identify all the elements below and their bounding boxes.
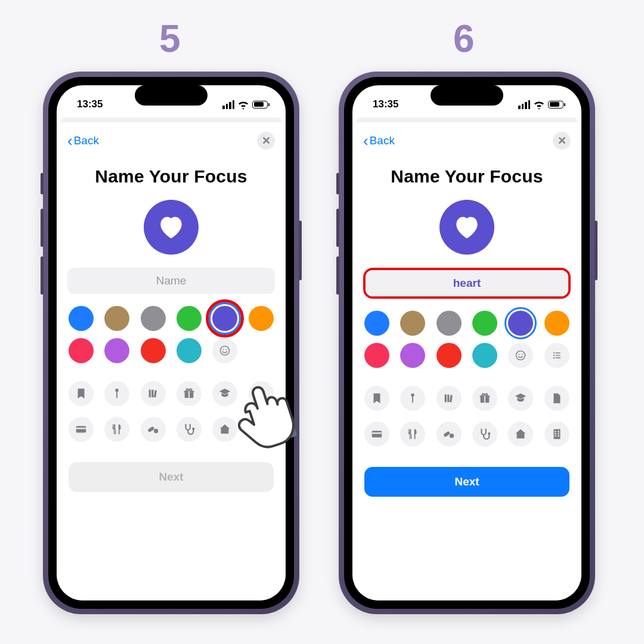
color-red[interactable] [436, 343, 462, 368]
color-red[interactable] [141, 338, 166, 363]
back-button[interactable]: ‹ Back [67, 133, 99, 148]
svg-point-1 [223, 349, 224, 350]
svg-point-2 [226, 349, 227, 350]
svg-rect-53 [555, 433, 556, 434]
wifi-icon [238, 100, 249, 109]
svg-rect-6 [151, 390, 153, 398]
svg-rect-56 [558, 435, 559, 436]
svg-rect-42 [484, 395, 485, 402]
svg-rect-54 [558, 433, 559, 434]
color-picker [363, 311, 571, 368]
glyph-books[interactable] [141, 381, 166, 406]
svg-rect-15 [147, 426, 154, 433]
glyph-document[interactable] [249, 381, 274, 406]
glyph-card[interactable] [364, 422, 389, 447]
glyph-gift[interactable] [177, 381, 202, 406]
back-label: Back [74, 134, 99, 147]
svg-rect-38 [447, 395, 449, 402]
glyph-house[interactable] [212, 417, 237, 442]
svg-rect-47 [443, 431, 450, 438]
page-title: Name Your Focus [363, 166, 571, 187]
next-button[interactable]: Next [364, 467, 569, 497]
color-indigo[interactable] [212, 306, 237, 331]
glyph-pills[interactable] [141, 417, 166, 442]
color-orange[interactable] [544, 311, 569, 336]
svg-rect-50 [553, 429, 560, 439]
svg-rect-7 [154, 390, 157, 397]
color-brown[interactable] [104, 306, 129, 331]
glyph-smiley[interactable] [508, 343, 533, 368]
color-teal[interactable] [472, 343, 497, 368]
glyph-pin[interactable] [400, 386, 425, 411]
page-title: Name Your Focus [67, 166, 275, 187]
svg-rect-32 [555, 355, 560, 356]
focus-name-input[interactable]: Name [67, 268, 275, 294]
chevron-left-icon: ‹ [67, 133, 73, 148]
back-label: Back [370, 134, 395, 147]
color-orange[interactable] [249, 306, 274, 331]
svg-rect-5 [148, 390, 150, 398]
color-purple[interactable] [104, 338, 129, 363]
svg-rect-51 [555, 431, 556, 432]
color-pink[interactable] [364, 343, 389, 368]
color-brown[interactable] [400, 311, 425, 336]
close-button[interactable]: ✕ [553, 132, 571, 150]
glyph-building[interactable] [249, 417, 274, 442]
svg-rect-21 [259, 428, 260, 429]
svg-point-44 [485, 394, 488, 396]
svg-point-29 [553, 352, 555, 354]
glyph-books[interactable] [436, 386, 462, 411]
svg-rect-24 [262, 431, 263, 432]
glyph-bookmark[interactable] [69, 381, 94, 406]
highlight-name-field: heart [363, 268, 571, 299]
status-time: 13:35 [77, 98, 103, 110]
glyph-fork-knife[interactable] [104, 417, 129, 442]
back-button[interactable]: ‹ Back [363, 133, 395, 148]
battery-icon [548, 101, 564, 109]
glyph-graduation[interactable] [212, 381, 237, 406]
color-pink[interactable] [69, 338, 94, 363]
svg-rect-10 [188, 391, 190, 398]
svg-point-0 [221, 346, 230, 355]
color-gray[interactable] [436, 311, 462, 336]
glyph-pin[interactable] [104, 381, 129, 406]
glyph-graduation[interactable] [508, 386, 533, 411]
glyph-smiley[interactable] [212, 338, 237, 363]
svg-point-11 [187, 389, 189, 391]
glyph-pills[interactable] [436, 422, 462, 447]
next-button[interactable]: Next [69, 462, 274, 492]
close-button[interactable]: ✕ [257, 132, 275, 150]
color-gray[interactable] [141, 306, 166, 331]
color-green[interactable] [177, 306, 202, 331]
glyph-list[interactable] [544, 343, 569, 368]
glyph-fork-knife[interactable] [400, 422, 425, 447]
color-indigo[interactable] [508, 311, 533, 336]
glyph-gift[interactable] [472, 386, 497, 411]
color-blue[interactable] [69, 306, 94, 331]
svg-rect-22 [262, 428, 263, 429]
svg-point-17 [192, 428, 194, 430]
glyph-document[interactable] [544, 386, 569, 411]
focus-icon-preview [144, 200, 199, 255]
dynamic-island [431, 85, 503, 106]
dynamic-island [135, 85, 208, 106]
glyph-card[interactable] [69, 417, 94, 442]
svg-rect-39 [450, 395, 453, 402]
svg-point-12 [190, 389, 192, 391]
focus-name-input[interactable]: heart [366, 270, 568, 296]
glyph-house[interactable] [508, 422, 533, 447]
svg-point-26 [516, 351, 525, 360]
svg-point-31 [553, 355, 555, 357]
svg-point-28 [522, 354, 523, 355]
color-teal[interactable] [177, 338, 202, 363]
glyph-bookmark[interactable] [364, 386, 389, 411]
color-blue[interactable] [364, 311, 389, 336]
color-purple[interactable] [400, 343, 425, 368]
glyph-building[interactable] [544, 422, 569, 447]
svg-rect-55 [555, 435, 556, 436]
color-green[interactable] [472, 311, 497, 336]
glyph-stethoscope[interactable] [472, 422, 497, 447]
glyph-stethoscope[interactable] [177, 417, 202, 442]
cellular-icon [518, 100, 530, 109]
svg-rect-20 [262, 426, 263, 428]
